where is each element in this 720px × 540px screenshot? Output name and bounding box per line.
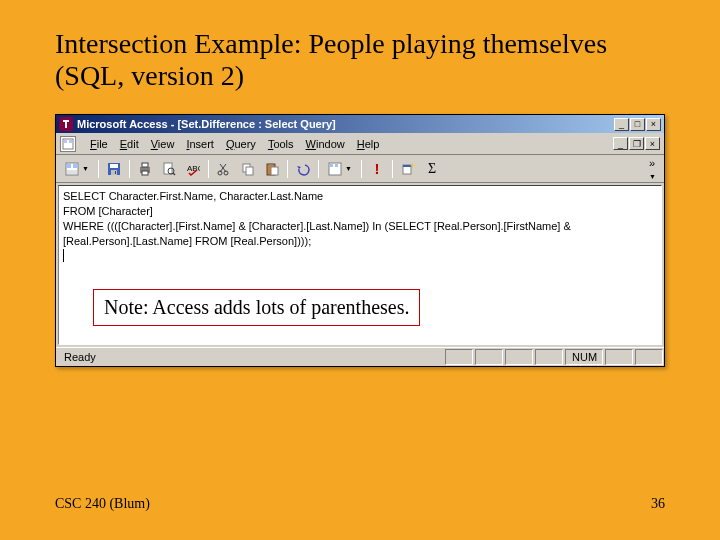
status-numlock: NUM bbox=[565, 349, 603, 365]
sql-line: FROM [Character] bbox=[63, 204, 657, 219]
toolbar-separator bbox=[98, 160, 99, 178]
spelling-button[interactable]: ABC bbox=[182, 158, 204, 179]
menu-window[interactable]: Window bbox=[300, 136, 351, 152]
footer-page-number: 36 bbox=[651, 496, 665, 512]
menu-tools[interactable]: Tools bbox=[262, 136, 300, 152]
svg-rect-13 bbox=[142, 171, 148, 175]
status-pane bbox=[605, 349, 633, 365]
save-button[interactable] bbox=[103, 158, 125, 179]
window-title: Microsoft Access - [Set.Difference : Sel… bbox=[77, 118, 614, 130]
menu-edit[interactable]: Edit bbox=[114, 136, 145, 152]
print-button[interactable] bbox=[134, 158, 156, 179]
toolbar-separator bbox=[208, 160, 209, 178]
statusbar: Ready NUM bbox=[56, 347, 664, 366]
totals-button[interactable]: Σ bbox=[421, 158, 443, 179]
sql-line: SELECT Character.First.Name, Character.L… bbox=[63, 189, 657, 204]
svg-text:+: + bbox=[410, 162, 415, 171]
svg-rect-8 bbox=[110, 164, 118, 168]
svg-rect-23 bbox=[246, 167, 253, 175]
minimize-button[interactable]: _ bbox=[614, 118, 629, 131]
query-type-button[interactable]: ▼ bbox=[323, 158, 357, 179]
menu-file[interactable]: FFileile bbox=[84, 136, 114, 152]
cut-button[interactable] bbox=[213, 158, 235, 179]
copy-button[interactable] bbox=[237, 158, 259, 179]
status-pane bbox=[635, 349, 663, 365]
footer-course: CSC 240 (Blum) bbox=[55, 496, 150, 512]
svg-rect-12 bbox=[142, 163, 148, 167]
undo-button[interactable] bbox=[292, 158, 314, 179]
svg-rect-26 bbox=[271, 167, 278, 175]
child-window-controls: _ ❐ × bbox=[613, 137, 660, 150]
maximize-button[interactable]: □ bbox=[630, 118, 645, 131]
text-cursor bbox=[63, 249, 64, 262]
svg-rect-29 bbox=[335, 164, 338, 167]
annotation-note: Note: Access adds lots of parentheses. bbox=[93, 289, 420, 326]
toolbar-separator bbox=[361, 160, 362, 178]
query-doc-icon[interactable] bbox=[60, 136, 76, 152]
slide-title: Intersection Example: People playing the… bbox=[0, 0, 720, 102]
status-pane bbox=[535, 349, 563, 365]
svg-rect-1 bbox=[64, 140, 67, 143]
svg-rect-6 bbox=[67, 170, 77, 174]
access-window: Microsoft Access - [Set.Difference : Sel… bbox=[55, 114, 665, 367]
menubar: FFileile Edit View Insert Query Tools Wi… bbox=[56, 133, 664, 155]
sql-editor[interactable]: SELECT Character.First.Name, Character.L… bbox=[58, 185, 662, 345]
toolbar-overflow-button[interactable]: »▼ bbox=[649, 157, 660, 181]
menu-view[interactable]: View bbox=[145, 136, 181, 152]
svg-rect-9 bbox=[111, 170, 117, 175]
toolbar-separator bbox=[318, 160, 319, 178]
status-pane bbox=[505, 349, 533, 365]
menu-insert[interactable]: Insert bbox=[180, 136, 220, 152]
svg-text:ABC: ABC bbox=[187, 164, 200, 173]
child-restore-button[interactable]: ❐ bbox=[629, 137, 644, 150]
slide-footer: CSC 240 (Blum) 36 bbox=[55, 496, 665, 512]
svg-line-16 bbox=[173, 173, 175, 175]
sql-line: [Real.Person].[Last.Name] FROM [Real.Per… bbox=[63, 234, 657, 249]
menu-help[interactable]: Help bbox=[351, 136, 386, 152]
svg-rect-2 bbox=[69, 140, 72, 143]
child-close-button[interactable]: × bbox=[645, 137, 660, 150]
access-app-icon bbox=[59, 117, 73, 131]
svg-rect-4 bbox=[67, 164, 71, 168]
sql-line: WHERE ((([Character].[First.Name] & [Cha… bbox=[63, 219, 657, 234]
svg-rect-28 bbox=[330, 164, 333, 167]
toolbar-separator bbox=[287, 160, 288, 178]
child-minimize-button[interactable]: _ bbox=[613, 137, 628, 150]
menu-query[interactable]: Query bbox=[220, 136, 262, 152]
window-controls: _ □ × bbox=[614, 118, 661, 131]
status-ready: Ready bbox=[57, 349, 443, 365]
show-table-button[interactable]: + bbox=[397, 158, 419, 179]
print-preview-button[interactable] bbox=[158, 158, 180, 179]
svg-rect-5 bbox=[73, 164, 77, 168]
view-dropdown-button[interactable]: ▼ bbox=[60, 158, 94, 179]
toolbar-separator bbox=[392, 160, 393, 178]
close-button[interactable]: × bbox=[646, 118, 661, 131]
svg-rect-25 bbox=[269, 163, 273, 165]
status-pane bbox=[445, 349, 473, 365]
toolbar: ▼ ABC ▼ bbox=[56, 155, 664, 183]
svg-rect-10 bbox=[115, 171, 116, 174]
status-pane bbox=[475, 349, 503, 365]
titlebar: Microsoft Access - [Set.Difference : Sel… bbox=[56, 115, 664, 133]
toolbar-separator bbox=[129, 160, 130, 178]
paste-button[interactable] bbox=[261, 158, 283, 179]
run-button[interactable]: ! bbox=[366, 158, 388, 179]
